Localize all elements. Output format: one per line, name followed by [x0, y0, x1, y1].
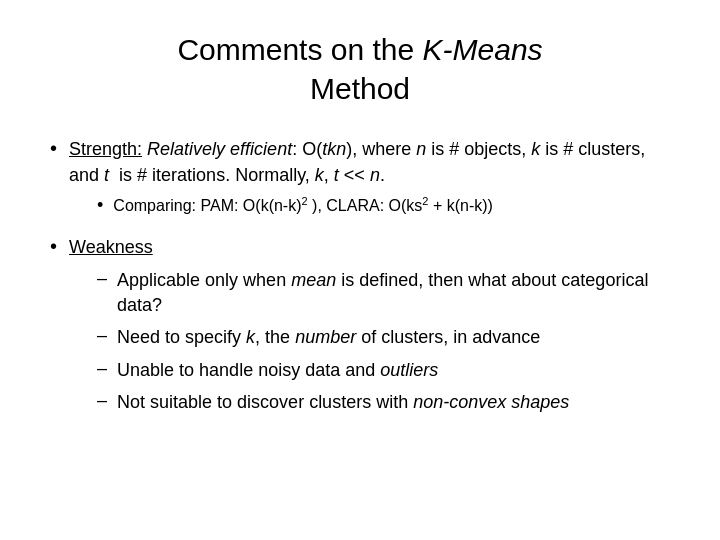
- weakness-item-2: – Need to specify k, the number of clust…: [97, 325, 670, 350]
- weakness-text-3: Unable to handle noisy data and outliers: [117, 358, 438, 383]
- weakness-text-2: Need to specify k, the number of cluster…: [117, 325, 540, 350]
- page-title: Comments on the K-MeansMethod: [177, 30, 542, 108]
- dash-3: –: [97, 358, 107, 379]
- weakness-dash-list: – Applicable only when mean is defined, …: [97, 268, 670, 415]
- main-content: • Strength: Relatively efficient: O(tkn)…: [50, 136, 670, 438]
- weakness-text-4: Not suitable to discover clusters with n…: [117, 390, 569, 415]
- sub-bullet-dot: •: [97, 195, 103, 216]
- strength-label: Strength:: [69, 139, 142, 159]
- dash-4: –: [97, 390, 107, 411]
- weakness-item-4: – Not suitable to discover clusters with…: [97, 390, 670, 415]
- weakness-text-1: Applicable only when mean is defined, th…: [117, 268, 670, 318]
- strength-text: Strength: Relatively efficient: O(tkn), …: [69, 139, 645, 185]
- weakness-label-text: Weakness: [69, 237, 153, 257]
- comparing-text: Comparing: PAM: O(k(n-k)2 ), CLARA: O(ks…: [113, 194, 493, 218]
- bullet-dot-strength: •: [50, 137, 57, 160]
- weakness-item-3: – Unable to handle noisy data and outlie…: [97, 358, 670, 383]
- weakness-label: Weakness: [69, 237, 153, 257]
- strength-content: Strength: Relatively efficient: O(tkn), …: [69, 136, 670, 218]
- weakness-content: Weakness – Applicable only when mean is …: [69, 234, 670, 422]
- comparing-sub-bullet: • Comparing: PAM: O(k(n-k)2 ), CLARA: O(…: [97, 194, 670, 218]
- weakness-bullet: • Weakness – Applicable only when mean i…: [50, 234, 670, 422]
- dash-1: –: [97, 268, 107, 289]
- bullet-dot-weakness: •: [50, 235, 57, 258]
- weakness-item-1: – Applicable only when mean is defined, …: [97, 268, 670, 318]
- strength-bullet: • Strength: Relatively efficient: O(tkn)…: [50, 136, 670, 218]
- dash-2: –: [97, 325, 107, 346]
